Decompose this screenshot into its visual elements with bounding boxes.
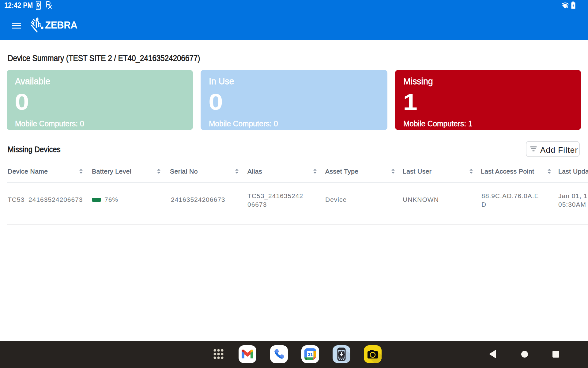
svg-text:6: 6: [566, 4, 568, 9]
svg-text:31: 31: [308, 352, 313, 357]
